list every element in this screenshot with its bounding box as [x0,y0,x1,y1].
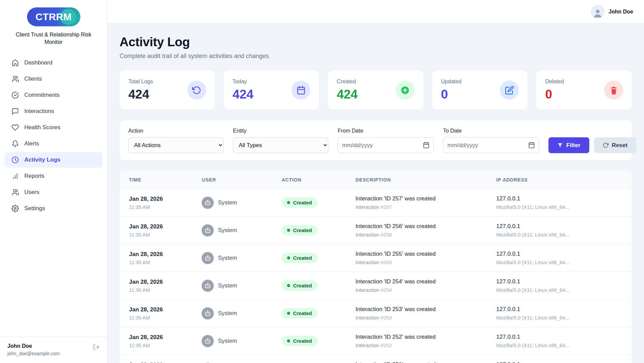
log-description: Interaction 'ID 257' was created [356,195,496,202]
time-cell: Jan 28, 2026 11:35 AM [129,223,202,238]
sidebar-item-alerts[interactable]: Alerts [5,136,102,151]
stat-texts: Today 424 [233,79,254,102]
stat-value: 0 [545,87,564,102]
gear-icon [11,205,19,212]
action-select[interactable]: All Actions [128,137,224,153]
entity-select[interactable]: All Types [233,137,328,153]
from-date-input[interactable] [338,137,434,153]
log-entity: Interaction #256 [356,232,496,238]
sidebar-item-users[interactable]: Users [5,185,102,200]
log-user: System [218,255,237,261]
badge-dot [287,256,290,259]
log-time: 11:35 AM [129,342,202,348]
badge-label: Created [293,255,312,261]
stat-label: Updated [441,79,462,85]
reset-button[interactable]: Reset [594,137,636,153]
filter-buttons: Filter Reset [548,137,636,153]
log-time: 11:35 AM [129,259,202,265]
badge-label: Created [293,310,312,316]
logo-text: CTRRM [35,11,72,23]
sidebar-item-label: Activity Logs [24,157,60,163]
robot-icon [204,255,211,261]
sidebar-item-commitments[interactable]: Commitments [5,87,102,103]
log-ip: 127.0.0.1 [496,306,622,313]
to-date-label: To Date [443,128,539,134]
sidebar-item-dashboard[interactable]: Dashboard [5,55,102,71]
log-description: Interaction 'ID 252' was created [356,334,496,340]
entity-name: Interaction [356,287,379,293]
sidebar-item-interactions[interactable]: Interactions [5,104,102,119]
app-logo: CTRRM [27,7,80,26]
stat-icon-wrap [604,81,623,100]
logout-icon[interactable] [93,344,100,351]
time-cell: Jan 28, 2026 11:35 AM [129,196,202,210]
stat-cards: Total Logs 424 Today 424 Created 424 Upd… [120,71,632,110]
column-header-description: DESCRIPTION [356,177,496,183]
log-user-agent: Mozilla/5.0 (X11; Linux x86_64... [496,204,622,210]
log-date: Jan 28, 2026 [129,196,202,202]
action-badge: Created [282,280,317,291]
system-avatar [202,224,214,236]
sidebar-item-health-scores[interactable]: Health Scores [5,120,102,135]
sidebar-item-clients[interactable]: Clients [5,71,102,87]
filter-button[interactable]: Filter [548,137,589,153]
to-date-wrap [443,137,539,153]
app-title: Client Trust & Relationship Risk Monitor [8,31,99,46]
edit-icon [505,86,514,95]
log-user: System [218,199,237,206]
filter-bar: Action All Actions Entity All Types From… [120,120,632,161]
clock-icon [11,156,19,164]
stat-icon-wrap [500,81,519,100]
action-cell: Created [282,336,356,346]
log-entity: Interaction #252 [356,342,496,348]
sidebar-item-label: Interactions [24,108,54,115]
user-cell: System [202,252,281,264]
log-ip: 127.0.0.1 [496,251,622,257]
chat-icon [11,108,19,115]
person-icon [593,8,603,18]
stat-texts: Created 424 [337,79,358,102]
sidebar-item-settings[interactable]: Settings [5,201,102,216]
log-time: 11:35 AM [129,204,202,210]
history-icon [192,86,201,95]
badge-dot [287,284,290,287]
user-menu[interactable]: John Doe [591,5,633,19]
main-area: John Doe Activity Log Complete audit tra… [107,0,644,363]
action-cell: Created [282,197,356,208]
stat-texts: Total Logs 424 [128,79,153,102]
ip-cell: 127.0.0.1 Mozilla/5.0 (X11; Linux x86_64… [496,251,622,265]
sidebar-item-activity-logs[interactable]: Activity Logs [5,152,102,168]
sidebar-user-email: john_doe@example.com [7,351,60,356]
log-date: Jan 28, 2026 [129,306,202,313]
sidebar-nav: Dashboard Clients Commitments Interactio… [0,54,107,337]
badge-label: Created [293,227,312,233]
log-entity: Interaction #257 [356,204,496,210]
entity-name: Interaction [356,315,379,320]
entity-ref: #257 [381,204,392,210]
table-header-row: TIME USER ACTION DESCRIPTION IP ADDRESS [120,171,632,189]
sidebar-item-label: Dashboard [24,59,52,66]
system-avatar [202,307,214,319]
log-ip: 127.0.0.1 [496,195,622,202]
description-cell: Interaction 'ID 255' was created Interac… [356,251,496,265]
log-entity: Interaction #255 [356,259,496,265]
page-subtitle: Complete audit trail of all system activ… [120,53,632,60]
sidebar-item-reports[interactable]: Reports [5,168,102,184]
stat-value: 0 [441,87,462,102]
sidebar-item-label: Commitments [24,92,60,99]
user-cell: System [202,280,281,292]
entity-filter-label: Entity [233,128,328,134]
reset-icon [603,142,609,148]
system-avatar [202,280,214,292]
stat-value: 424 [337,87,358,102]
log-user: System [218,227,237,234]
stat-card: Updated 0 [432,71,528,110]
to-date-input[interactable] [443,137,539,153]
system-avatar [202,252,214,264]
sidebar-user-name: John Doe [7,343,60,349]
stat-card: Created 424 [328,71,423,110]
stat-card: Total Logs 424 [120,71,215,110]
system-avatar [202,335,214,347]
filter-icon [557,142,563,148]
log-description: Interaction 'ID 251' was created [356,361,496,363]
